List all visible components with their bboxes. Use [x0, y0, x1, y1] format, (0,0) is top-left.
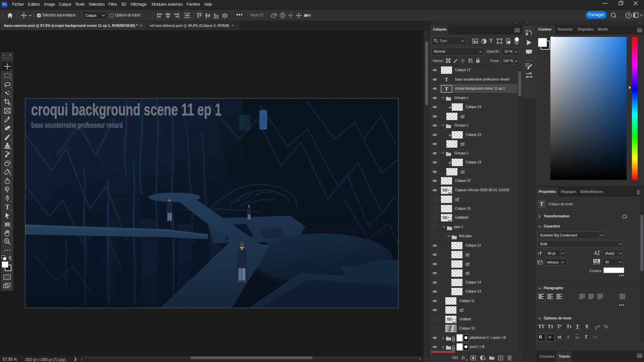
svg-text:T: T	[5, 203, 10, 211]
svg-text:base sousterraine professeur r: base sousterraine professeur renard	[31, 120, 123, 130]
svg-text:A: A	[540, 259, 543, 264]
svg-text:croqui background scene 11 ep: croqui background scene 11 ep 1	[31, 100, 221, 119]
svg-text:VA: VA	[594, 259, 598, 263]
svg-text:?: ?	[628, 13, 630, 17]
